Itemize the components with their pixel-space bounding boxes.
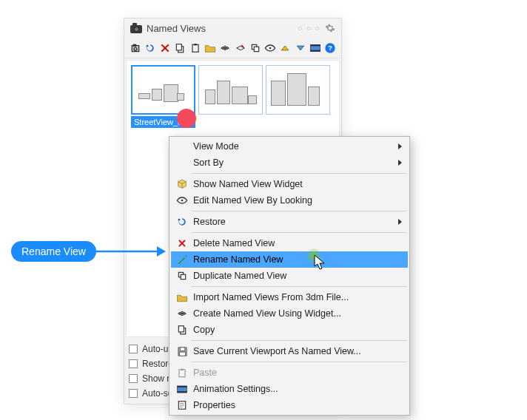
camera-icon	[130, 23, 142, 33]
svg-rect-22	[181, 368, 184, 370]
svg-point-13	[181, 200, 184, 202]
svg-text:?: ?	[328, 44, 332, 52]
svg-rect-15	[181, 274, 185, 279]
menu-item-label: Create Named View Using Widget...	[193, 308, 395, 319]
menu-item-edit-named-view-by-looking[interactable]: Edit Named View By Looking	[171, 192, 408, 209]
menu-item-label: Import Named Views From 3dm File...	[193, 292, 395, 302]
copy-button[interactable]	[174, 41, 187, 55]
menu-item-duplicate-named-view[interactable]: Duplicate Named View	[171, 268, 408, 284]
drag-dots-icon[interactable]: ○ ○ ○	[298, 24, 320, 33]
copy-icon	[174, 325, 190, 335]
context-menu: View ModeSort ByShow Named View WidgetEd…	[169, 136, 410, 416]
menu-item-label: Sort By	[193, 158, 395, 168]
open-icon	[174, 293, 190, 302]
checkbox-icon[interactable]	[129, 389, 138, 398]
svg-rect-17	[178, 326, 184, 332]
delete-icon	[174, 238, 190, 248]
menu-item-label: Restore	[193, 217, 395, 227]
svg-rect-20	[179, 352, 185, 356]
paste-button[interactable]	[189, 41, 201, 55]
menu-item-copy[interactable]: Copy	[171, 322, 408, 338]
menu-item-view-mode[interactable]: View Mode	[171, 138, 408, 155]
submenu-arrow-icon	[398, 143, 402, 149]
svg-rect-3	[192, 44, 198, 52]
duplicate-icon	[174, 271, 190, 281]
svg-rect-24	[178, 385, 187, 387]
panel-title-text: Named Views	[147, 23, 206, 34]
paste-icon	[174, 368, 190, 379]
menu-item-label: Paste	[193, 368, 395, 378]
cube-icon	[174, 178, 190, 190]
help-button[interactable]: ?	[324, 41, 337, 55]
menu-item-label: Save Current Viewport As Named View...	[193, 346, 395, 356]
svg-rect-25	[178, 391, 187, 393]
arrow-icon	[95, 243, 166, 260]
menu-item-label: Animation Settings...	[193, 384, 395, 394]
open-button[interactable]	[204, 41, 216, 55]
svg-point-7	[269, 47, 272, 49]
svg-rect-6	[254, 47, 258, 51]
delete-button[interactable]	[159, 41, 172, 55]
menu-item-label: Edit Named View By Looking	[193, 195, 395, 206]
widget-add-button[interactable]	[219, 41, 232, 55]
svg-rect-2	[177, 44, 182, 50]
save-view-button[interactable]	[129, 41, 141, 55]
menu-item-restore[interactable]: Restore	[171, 214, 408, 230]
menu-item-delete-named-view[interactable]: Delete Named View	[171, 235, 408, 251]
svg-rect-21	[179, 369, 185, 376]
selection-marker-icon	[177, 109, 196, 128]
checkbox-icon[interactable]	[129, 359, 138, 368]
eye-icon	[174, 196, 190, 205]
submenu-arrow-icon	[398, 219, 402, 225]
menu-item-save-current-viewport-as-named-view[interactable]: Save Current Viewport As Named View...	[171, 343, 408, 359]
view-thumb-3[interactable]	[266, 65, 330, 115]
callout-label: Rename View	[11, 241, 96, 262]
menu-item-paste: Paste	[171, 365, 408, 381]
menu-item-label: View Mode	[193, 141, 395, 152]
up-button[interactable]	[279, 41, 292, 55]
submenu-arrow-icon	[398, 160, 402, 166]
svg-rect-19	[180, 347, 184, 350]
film-icon	[174, 385, 190, 394]
menu-item-label: Show Named View Widget	[193, 179, 395, 189]
svg-rect-9	[310, 44, 320, 46]
svg-rect-10	[310, 50, 320, 51]
menu-item-label: Rename Named View	[193, 254, 395, 265]
panel-titlebar[interactable]: Named Views ○ ○ ○	[124, 18, 341, 38]
menu-item-label: Delete Named View	[193, 238, 395, 248]
restore-icon	[174, 216, 190, 228]
film-button[interactable]	[309, 41, 321, 55]
down-button[interactable]	[294, 41, 306, 55]
checkbox-icon[interactable]	[129, 345, 138, 353]
gear-icon[interactable]	[325, 23, 335, 33]
checkbox-icon[interactable]	[129, 374, 138, 383]
save-icon	[174, 346, 190, 357]
callout: Rename View	[11, 241, 166, 262]
view-thumb-2[interactable]	[198, 65, 263, 115]
panel-toolbar: ?	[124, 38, 341, 58]
menu-item-import-named-views-from-3dm-file[interactable]: Import Named Views From 3dm File...	[171, 289, 408, 305]
menu-item-label: Properties	[193, 400, 395, 410]
menu-item-show-named-view-widget[interactable]: Show Named View Widget	[171, 176, 408, 192]
menu-item-rename-named-view[interactable]: Rename Named View	[171, 251, 408, 268]
props-icon	[174, 400, 190, 410]
restore-button[interactable]	[144, 41, 156, 55]
widget-edit-button[interactable]	[234, 41, 246, 55]
visibility-button[interactable]	[264, 41, 277, 55]
menu-item-sort-by[interactable]: Sort By	[171, 155, 408, 171]
menu-item-animation-settings[interactable]: Animation Settings...	[171, 381, 408, 397]
menu-item-create-named-view-using-widget[interactable]: Create Named View Using Widget...	[171, 305, 408, 322]
menu-item-label: Duplicate Named View	[193, 271, 395, 281]
svg-rect-4	[194, 44, 197, 45]
menu-item-properties[interactable]: Properties	[171, 397, 408, 413]
pencil-icon	[174, 254, 190, 265]
widget-add-icon	[174, 308, 190, 319]
duplicate-button[interactable]	[249, 41, 261, 55]
menu-item-label: Copy	[193, 325, 395, 335]
